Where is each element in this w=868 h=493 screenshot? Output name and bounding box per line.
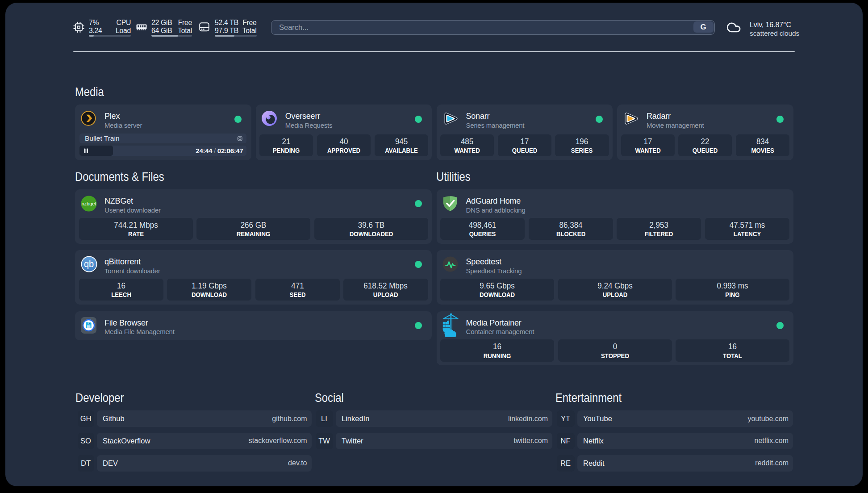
svg-text:nzbget: nzbget xyxy=(81,201,96,206)
svg-text:qb: qb xyxy=(84,259,94,269)
